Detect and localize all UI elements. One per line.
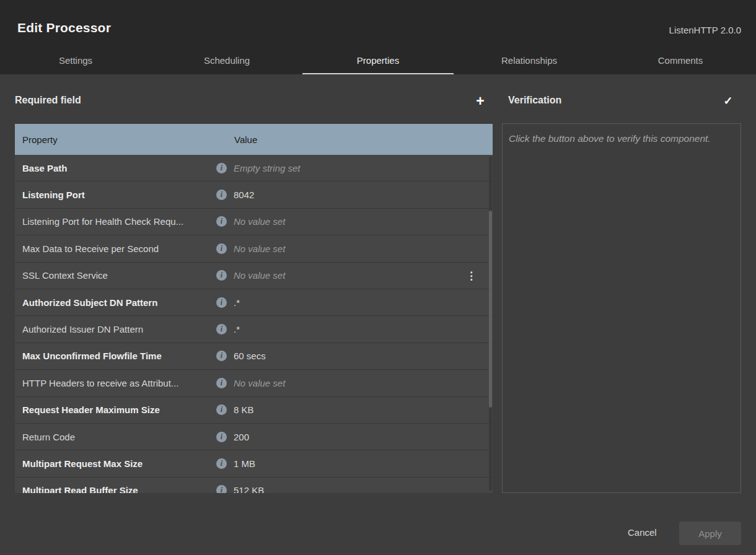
tab-properties[interactable]: Properties [302,46,454,74]
table-row[interactable]: Listening Port i 8042 [15,181,493,208]
tab-scheduling[interactable]: Scheduling [151,46,302,74]
property-info-icon[interactable]: i [216,378,227,388]
property-info-icon[interactable]: i [216,216,227,227]
tab-bar: Settings Scheduling Properties Relations… [0,46,756,74]
property-info-icon[interactable]: i [216,190,227,200]
property-value[interactable]: .* [234,297,240,308]
properties-table: Property Value Base Path i Empty string … [15,124,493,493]
verification-panel: Click the button above to verify this co… [502,123,741,493]
property-value[interactable]: No value set [234,378,285,388]
property-value[interactable]: No value set [234,270,285,281]
table-row[interactable]: Base Path i Empty string set [15,155,493,181]
tab-relationships[interactable]: Relationships [454,46,605,74]
property-name: Authorized Subject DN Pattern [15,297,216,308]
table-scrollbar-thumb[interactable] [489,211,492,408]
property-value[interactable]: No value set [234,243,285,254]
property-info-icon[interactable]: i [216,297,227,308]
table-row[interactable]: Multipart Request Max Size i 1 MB [15,450,493,477]
property-info-icon[interactable]: i [216,243,227,254]
property-info-icon[interactable]: i [216,458,227,469]
property-info-icon[interactable]: i [216,324,227,334]
cancel-button[interactable]: Cancel [628,527,657,538]
table-row[interactable]: Authorized Issuer DN Pattern i .* [15,316,493,343]
property-name: Max Unconfirmed Flowfile Time [15,351,216,361]
apply-button[interactable]: Apply [679,522,741,545]
table-row[interactable]: Authorized Subject DN Pattern i .* [15,289,493,316]
property-value[interactable]: 1 MB [234,458,255,469]
property-value[interactable]: .* [234,324,240,334]
property-name: Listening Port [15,190,216,200]
property-value[interactable]: 8042 [234,190,254,200]
property-name: Authorized Issuer DN Pattern [15,324,216,334]
property-name: Request Header Maximum Size [15,404,216,415]
add-property-button[interactable]: + [471,92,490,110]
processor-type-version: ListenHTTP 2.0.0 [669,25,741,35]
table-row[interactable]: HTTP Headers to receive as Attribut... i… [15,370,493,396]
property-info-icon[interactable]: i [216,432,227,442]
properties-table-header: Property Value [15,124,493,155]
property-info-icon[interactable]: i [216,485,227,493]
plus-icon: + [476,93,484,110]
table-row[interactable]: Return Code i 200 [15,424,493,450]
property-name: Max Data to Receive per Second [15,243,216,254]
property-name: Multipart Read Buffer Size [15,485,216,493]
check-icon: ✓ [723,94,732,108]
column-header-property: Property [15,134,233,145]
table-row[interactable]: Request Header Maximum Size i 8 KB [15,397,493,424]
table-row[interactable]: Listening Port for Health Check Requ... … [15,209,493,235]
column-header-value: Value [233,134,257,145]
property-name: Base Path [15,163,216,173]
table-scrollbar[interactable] [489,156,492,491]
properties-table-body: Base Path i Empty string set Listening P… [15,155,493,493]
property-value[interactable]: 8 KB [234,404,254,415]
property-name: Multipart Request Max Size [15,458,216,469]
verification-message: Click the button above to verify this co… [509,131,734,146]
table-row[interactable]: SSL Context Service i No value set ⋮ [15,263,493,289]
verify-button[interactable]: ✓ [719,92,737,110]
property-value[interactable]: No value set [234,216,285,227]
table-row[interactable]: Multipart Read Buffer Size i 512 KB [15,478,493,493]
tab-comments[interactable]: Comments [605,46,756,74]
property-info-icon[interactable]: i [216,163,227,173]
property-info-icon[interactable]: i [216,351,227,361]
table-row[interactable]: Max Data to Receive per Second i No valu… [15,235,493,262]
property-info-icon[interactable]: i [216,270,227,281]
row-menu-icon[interactable]: ⋮ [466,270,477,281]
dialog-header: Edit Processor ListenHTTP 2.0.0 Settings… [0,0,756,74]
property-name: Return Code [15,432,216,442]
dialog-title: Edit Processor [17,20,111,35]
tab-settings[interactable]: Settings [0,46,151,74]
property-info-icon[interactable]: i [216,404,227,415]
required-field-heading: Required field [15,95,81,106]
property-name: SSL Context Service [15,270,216,281]
property-value[interactable]: Empty string set [234,163,301,173]
property-value[interactable]: 60 secs [234,351,266,361]
property-name: Listening Port for Health Check Requ... [15,216,216,227]
property-name: HTTP Headers to receive as Attribut... [15,378,216,388]
property-value[interactable]: 200 [234,432,249,442]
verification-heading: Verification [508,95,561,106]
property-value[interactable]: 512 KB [234,485,264,493]
table-row[interactable]: Max Unconfirmed Flowfile Time i 60 secs [15,343,493,370]
